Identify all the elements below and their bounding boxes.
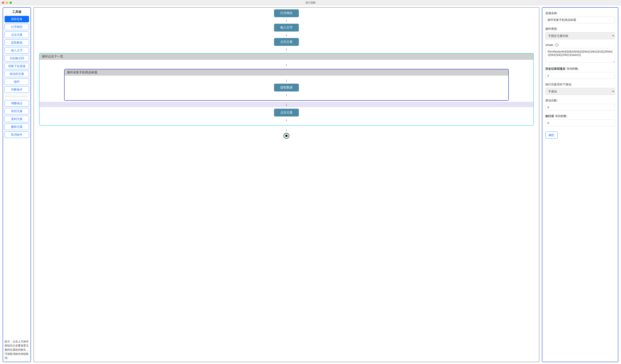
input-scroll-count[interactable] [545,104,615,111]
arrow-down-icon[interactable]: ↓ [286,128,287,131]
toolbox-divider: ------------------ [5,95,29,98]
label-loop-type: 循环类型: [545,27,615,31]
action-move-to[interactable]: 移动到元素 [5,71,29,77]
select-loop-type[interactable]: 不固定元素列表 [545,32,615,39]
action-click-element[interactable]: 点击元素 [5,32,29,38]
maximize-icon[interactable] [10,1,12,4]
arrow-down-icon[interactable]: ↓ [285,79,287,82]
window-title: 设计流程 [0,1,621,4]
terminal-node[interactable] [284,133,289,139]
edit-copy[interactable]: 复制元素 [5,116,29,122]
node-click-element[interactable]: 点击元素 [274,38,299,46]
action-switch-select[interactable]: 切换下拉选项 [5,63,29,69]
loop-inner-title[interactable]: 循环采集手机商品标题 [65,69,508,76]
arrow-down-icon[interactable]: ↓ [285,93,287,96]
loop-outer[interactable]: 循环点击下一页 ↓ 循环采集手机商品标题 ↓ 提取数据 ↓ ↓ 点击元素 ↓ [39,53,534,126]
label-after-wait: 执行后等待秒数: [545,114,615,118]
action-open-web[interactable]: 打开网页 [5,24,29,30]
node-extract-data[interactable]: 提取数据 [274,84,299,91]
arrow-down-icon[interactable]: ↓ [286,19,287,22]
flow-canvas[interactable]: 打开网页 ↓ 输入文字 ↓ 点击元素 ↓ 循环点击下一页 ↓ 循环采集手机商品标… [34,7,539,362]
label-history-wait: 历史记录回退后等待秒数: [545,67,615,71]
stop-icon [285,135,287,137]
toolbox-panel: 工具箱 保存任务 打开网页 点击元素 提取数据 输入文字 识别验证码 切换下拉选… [3,7,31,362]
properties-panel: 选项名称: 循环类型: 不固定元素列表 XPath: /html/body/di… [542,7,618,362]
edit-adjust-anchor[interactable]: 调整锚点 [5,100,29,106]
label-xpath: XPath: [545,43,615,47]
arrow-down-icon: ↓ [286,103,287,106]
select-scroll[interactable]: 不滚动 [545,88,615,95]
edit-delete[interactable]: 删除元素 [5,123,29,130]
save-task-button[interactable]: 保存任务 [5,16,29,22]
edit-cancel[interactable]: 取消操作 [5,131,29,138]
node-click-next[interactable]: 点击元素 [274,109,299,117]
drop-zone[interactable]: ↓ [39,102,533,107]
arrow-down-icon[interactable]: ↓ [286,63,287,66]
action-loop[interactable]: 循环 [5,78,29,85]
textarea-xpath[interactable]: /html/body/div[5]/div[4]/div[2]/div[1]/d… [545,48,615,63]
titlebar: 设计流程 [0,0,621,5]
input-history-wait[interactable] [545,72,615,79]
action-extract-data[interactable]: 提取数据 [5,39,29,46]
action-condition[interactable]: 判断条件 [5,86,29,93]
action-input-text[interactable]: 输入文字 [5,47,29,54]
label-scroll-count: 滚动次数: [545,99,615,102]
arrow-down-icon[interactable]: ↓ [286,33,287,36]
close-icon[interactable] [2,1,4,4]
label-scroll-after: 执行完是否向下滚动: [545,83,615,86]
label-option-name: 选项名称: [545,11,615,15]
arrow-down-icon[interactable]: ↓ [286,47,287,51]
smile-icon[interactable] [555,43,559,47]
loop-inner[interactable]: 循环采集手机商品标题 ↓ 提取数据 ↓ [64,69,509,101]
edit-cut[interactable]: 剪切元素 [5,108,29,114]
traffic-lights [2,1,12,4]
input-option-name[interactable] [545,17,615,23]
node-input-text[interactable]: 输入文字 [274,24,299,32]
arrow-down-icon[interactable]: ↓ [286,118,287,121]
minimize-icon[interactable] [6,1,8,4]
input-after-wait[interactable] [545,120,615,126]
action-captcha[interactable]: 识别验证码 [5,55,29,62]
confirm-button[interactable]: 确定 [545,132,558,139]
toolbox-title: 工具箱 [5,10,29,14]
toolbox-hint: 提示：点击上方操作按钮后点击要放置元素的位置处的箭头，可按取消操作按钮取消。 [5,340,29,360]
node-open-web[interactable]: 打开网页 [274,9,299,17]
loop-outer-title[interactable]: 循环点击下一页 [39,53,533,60]
